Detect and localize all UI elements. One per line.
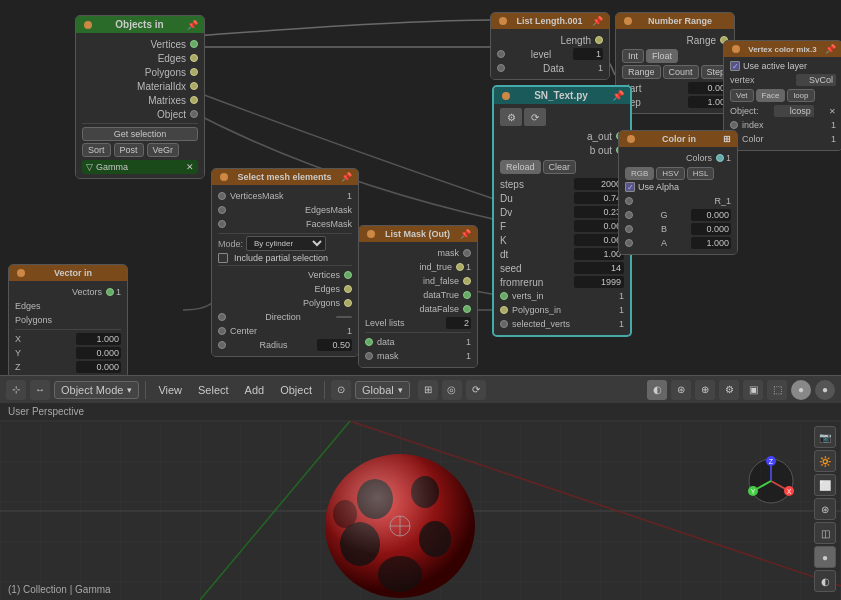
- post-btn[interactable]: Post: [114, 143, 144, 157]
- vegr-btn[interactable]: VeGr: [147, 143, 180, 157]
- socket-g-in[interactable]: [625, 211, 633, 219]
- socket-radius-in[interactable]: [218, 341, 226, 349]
- material-shade-btn[interactable]: ◐: [814, 570, 836, 592]
- axis-widget[interactable]: Z X Y: [741, 451, 801, 511]
- socket-materialidx[interactable]: [190, 82, 198, 90]
- gizmo-icon[interactable]: ⊕: [695, 380, 715, 400]
- camera-btn[interactable]: 📷: [814, 426, 836, 448]
- hsl-btn[interactable]: HSL: [687, 167, 715, 180]
- xray-btn[interactable]: ◫: [814, 522, 836, 544]
- include-partial-check[interactable]: [218, 253, 228, 263]
- mode-select[interactable]: By cylinder: [246, 236, 326, 251]
- color-in-node[interactable]: Color in ⊞ Colors 1 RGB HSV HSL ✓ Use Al…: [618, 130, 738, 255]
- viewport-content[interactable]: Z X Y (1) Collection | Gamma 📷 🔆 ⬜ ⊛ ◫ ●…: [0, 421, 841, 600]
- socket-r-in[interactable]: [625, 197, 633, 205]
- wire-btn[interactable]: ⬜: [814, 474, 836, 496]
- socket-ind-true[interactable]: [456, 263, 464, 271]
- direction-field[interactable]: [336, 316, 352, 318]
- socket-ind-false[interactable]: [463, 277, 471, 285]
- vc-close[interactable]: ✕: [829, 107, 836, 116]
- socket-vmask[interactable]: [218, 192, 226, 200]
- socket-poly-out[interactable]: [344, 299, 352, 307]
- clear-btn[interactable]: Clear: [543, 160, 577, 174]
- loop-btn[interactable]: loop: [787, 89, 814, 102]
- socket-datatrue[interactable]: [463, 291, 471, 299]
- socket-verts-in[interactable]: [500, 292, 508, 300]
- socket-dir-in[interactable]: [218, 313, 226, 321]
- local-view[interactable]: ⬚: [767, 380, 787, 400]
- list-length-node[interactable]: List Length.001 📌 Length level 1 Data 1: [490, 12, 610, 80]
- socket-fmask[interactable]: [218, 220, 226, 228]
- view-align[interactable]: ▣: [743, 380, 763, 400]
- face-btn[interactable]: Face: [756, 89, 786, 102]
- use-active-check[interactable]: ✓: [730, 61, 740, 71]
- socket-a-in[interactable]: [625, 239, 633, 247]
- list-mask-out-node[interactable]: List Mask (Out) 📌 mask ind_true 1 ind_fa…: [358, 225, 478, 368]
- select-menu[interactable]: Select: [192, 382, 235, 398]
- socket-colors-out[interactable]: [716, 154, 724, 162]
- socket-data-in2[interactable]: [365, 338, 373, 346]
- socket-mask-out[interactable]: [463, 249, 471, 257]
- render-mode-mat[interactable]: ●: [815, 380, 835, 400]
- socket-b-in[interactable]: [625, 225, 633, 233]
- snap-icon[interactable]: ⊞: [418, 380, 438, 400]
- render-btn[interactable]: 🔆: [814, 450, 836, 472]
- float-btn[interactable]: Float: [646, 49, 678, 63]
- view-menu[interactable]: View: [152, 382, 188, 398]
- vertex-color-node[interactable]: Vertex color mix.3 📌 ✓ Use active layer …: [723, 40, 841, 151]
- get-selection-btn[interactable]: Get selection: [82, 127, 198, 141]
- socket-length[interactable]: [595, 36, 603, 44]
- sort-btn[interactable]: Sort: [82, 143, 111, 157]
- objects-in-node[interactable]: Objects in 📌 Vertices Edges Polygons Mat…: [75, 15, 205, 179]
- socket-datafalse[interactable]: [463, 305, 471, 313]
- vet-btn[interactable]: Vet: [730, 89, 754, 102]
- socket-data-in[interactable]: [497, 64, 505, 72]
- pivot-icon[interactable]: ⊙: [331, 380, 351, 400]
- socket-index-in[interactable]: [730, 121, 738, 129]
- socket-vert-out[interactable]: [344, 271, 352, 279]
- node-editor[interactable]: Objects in 📌 Vertices Edges Polygons Mat…: [0, 0, 841, 375]
- transform-orientation[interactable]: Global: [355, 381, 410, 399]
- socket-vertices[interactable]: [190, 40, 198, 48]
- count-btn[interactable]: Count: [663, 65, 699, 79]
- sn-icon2[interactable]: ⟳: [524, 108, 546, 126]
- socket-center-in[interactable]: [218, 327, 226, 335]
- socket-object[interactable]: [190, 110, 198, 118]
- socket-level-in[interactable]: [497, 50, 505, 58]
- select-mesh-node[interactable]: Select mesh elements 📌 VerticesMask 1 Ed…: [211, 168, 359, 357]
- transform-icon[interactable]: ↔: [30, 380, 50, 400]
- sphere-svg: [305, 444, 495, 601]
- viewport-settings[interactable]: ⚙: [719, 380, 739, 400]
- use-alpha-check[interactable]: ✓: [625, 182, 635, 192]
- overlays-icon[interactable]: ⊛: [671, 380, 691, 400]
- socket-emask[interactable]: [218, 206, 226, 214]
- overlay-btn[interactable]: ⊛: [814, 498, 836, 520]
- socket-edges[interactable]: [190, 54, 198, 62]
- int-btn[interactable]: Int: [622, 49, 644, 63]
- proportional-icon[interactable]: ◎: [442, 380, 462, 400]
- hsv-btn[interactable]: HSV: [656, 167, 684, 180]
- socket-matrixes[interactable]: [190, 96, 198, 104]
- socket-selected-verts[interactable]: [500, 320, 508, 328]
- viewport-shade-icon[interactable]: ◐: [647, 380, 667, 400]
- range-btn[interactable]: Range: [622, 65, 661, 79]
- gamma-close[interactable]: ✕: [186, 162, 194, 172]
- reload-btn[interactable]: Reload: [500, 160, 541, 174]
- vector-in-node[interactable]: Vector in Vectors 1 Edges Polygons X 1.0…: [8, 264, 128, 375]
- mode-dropdown[interactable]: Object Mode: [54, 381, 139, 399]
- add-menu[interactable]: Add: [239, 382, 271, 398]
- socket-edge-out[interactable]: [344, 285, 352, 293]
- number-range-node[interactable]: Number Range Range Int Float Range Count…: [615, 12, 735, 114]
- render-mode-solid[interactable]: ●: [791, 380, 811, 400]
- sn-icon1[interactable]: ⚙: [500, 108, 522, 126]
- socket-polygons-in[interactable]: [500, 306, 508, 314]
- rgb-btn[interactable]: RGB: [625, 167, 654, 180]
- object-menu[interactable]: Object: [274, 382, 318, 398]
- cursor-icon[interactable]: ⊹: [6, 380, 26, 400]
- header-icon2[interactable]: ⟳: [466, 380, 486, 400]
- solid-shade-btn[interactable]: ●: [814, 546, 836, 568]
- socket-polygons[interactable]: [190, 68, 198, 76]
- sn-text-node[interactable]: SN_Text.py 📌 ⚙ ⟳ a_out b out Relo: [492, 85, 632, 337]
- socket-mask-in[interactable]: [365, 352, 373, 360]
- socket-vectors-out[interactable]: [106, 288, 114, 296]
